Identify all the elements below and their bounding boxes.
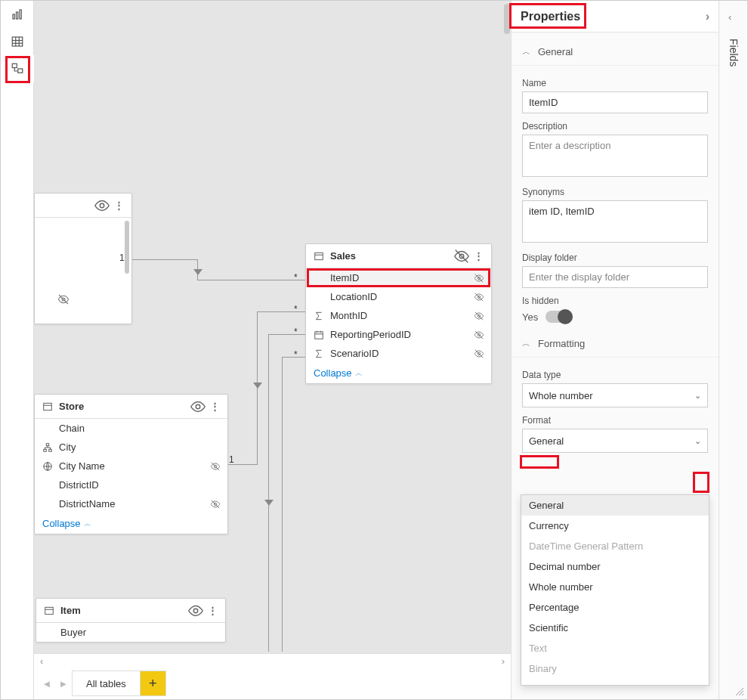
field-row[interactable]: ItemID: [306, 268, 491, 287]
hidden-icon[interactable]: [471, 292, 487, 302]
name-input[interactable]: [522, 91, 708, 113]
field-row[interactable]: LocationID: [306, 287, 491, 306]
field-row[interactable]: Buyer: [36, 623, 225, 642]
properties-header: Properties ›: [512, 1, 719, 33]
hidden-icon: [57, 293, 70, 308]
hidden-icon[interactable]: [471, 311, 487, 321]
field-row[interactable]: ScenarioID: [306, 344, 491, 363]
hidden-icon[interactable]: [453, 248, 470, 265]
more-options-icon[interactable]: ⋮: [204, 605, 221, 616]
hidden-icon[interactable]: [471, 330, 487, 340]
collapse-link[interactable]: Collapse ︿: [306, 363, 491, 383]
table-card-item[interactable]: Item ⋮ Buyer: [36, 598, 226, 643]
relationship-line[interactable]: [268, 334, 269, 652]
field-name: City Name: [59, 460, 208, 472]
format-dropdown-popup[interactable]: GeneralCurrencyDateTime General PatternD…: [521, 494, 709, 686]
fields-pane-collapsed[interactable]: ‹ Fields: [719, 1, 747, 699]
synonyms-input[interactable]: [522, 200, 708, 243]
hidden-icon[interactable]: [208, 499, 223, 510]
visibility-icon[interactable]: [190, 398, 206, 415]
scroll-right-icon[interactable]: ›: [499, 655, 508, 667]
table-card-sales[interactable]: Sales ⋮ ItemIDLocationIDMonthIDReporting…: [305, 243, 492, 384]
layout-tab-all-tables[interactable]: All tables: [72, 671, 141, 696]
format-option: Binary: [521, 658, 709, 679]
collapse-label: Collapse: [42, 518, 81, 529]
table-card-store[interactable]: Store ⋮ ChainCityCity NameDistrictIDDist…: [34, 394, 228, 534]
scroll-left-icon[interactable]: ‹: [37, 655, 46, 667]
format-option: True/false: [521, 679, 709, 686]
format-value: General: [529, 435, 564, 447]
field-row[interactable]: DistrictID: [35, 475, 227, 494]
field-type-icon: [312, 311, 326, 321]
field-name: DistrictID: [59, 479, 223, 491]
format-option[interactable]: Whole number: [521, 577, 709, 597]
add-layout-button[interactable]: +: [141, 671, 166, 696]
field-name: DistrictName: [59, 498, 208, 510]
field-type-icon: [41, 461, 54, 472]
collapse-link[interactable]: Collapse ︿: [35, 513, 227, 534]
relationship-line[interactable]: [282, 357, 283, 652]
table-header-store[interactable]: Store ⋮: [35, 395, 227, 419]
more-options-icon[interactable]: ⋮: [470, 250, 487, 262]
left-view-rail: [1, 1, 34, 699]
table-scrollbar[interactable]: [125, 221, 129, 274]
table-header-sales[interactable]: Sales ⋮: [306, 244, 491, 268]
field-name: ReportingPeriodID: [330, 329, 471, 340]
svg-rect-3: [12, 37, 23, 46]
model-view-icon[interactable]: [1, 55, 34, 82]
field-row[interactable]: ReportingPeriodID: [306, 325, 491, 344]
format-select[interactable]: General ⌄: [522, 429, 708, 453]
table-card-partial[interactable]: ⋮: [34, 193, 132, 324]
field-row[interactable]: City Name: [35, 457, 227, 475]
filter-direction-icon: [253, 383, 262, 389]
format-option[interactable]: Percentage: [521, 597, 709, 618]
data-type-select[interactable]: Whole number ⌄: [522, 383, 708, 407]
more-options-icon[interactable]: ⋮: [110, 200, 127, 211]
hidden-icon[interactable]: [471, 273, 487, 283]
table-icon: [312, 251, 326, 262]
resize-handle-icon[interactable]: [734, 686, 744, 696]
hidden-icon[interactable]: [471, 348, 487, 359]
visibility-icon[interactable]: [94, 197, 110, 214]
hidden-icon[interactable]: [208, 461, 223, 472]
svg-point-33: [196, 404, 200, 409]
is-hidden-toggle[interactable]: [546, 311, 573, 323]
description-input[interactable]: [522, 135, 708, 177]
field-row[interactable]: City: [35, 438, 227, 457]
relationship-line: [268, 334, 305, 335]
tab-next-icon[interactable]: ►: [55, 673, 72, 694]
collapse-label: Collapse: [314, 367, 352, 379]
field-name: ItemID: [330, 272, 471, 283]
horizontal-scrollbar[interactable]: ‹ ›: [34, 654, 511, 667]
format-option[interactable]: Currency: [521, 516, 709, 536]
field-row[interactable]: MonthID: [306, 306, 491, 325]
collapse-properties-icon[interactable]: ›: [706, 10, 709, 23]
field-name: Chain: [59, 423, 223, 434]
format-option[interactable]: Decimal number: [521, 556, 709, 577]
section-general-header[interactable]: ︿ General: [512, 39, 719, 66]
svg-rect-23: [315, 331, 323, 338]
table-header-item[interactable]: Item ⋮: [36, 599, 225, 623]
svg-rect-0: [13, 14, 14, 19]
model-canvas[interactable]: ⋮ Sales ⋮ ItemIDLocati: [34, 1, 511, 653]
expand-fields-icon[interactable]: ‹: [728, 11, 731, 23]
data-view-icon[interactable]: [1, 28, 34, 55]
properties-panel: Properties › ︿ General Name Description …: [511, 1, 719, 699]
svg-rect-31: [44, 403, 52, 410]
report-view-icon[interactable]: [1, 1, 34, 28]
more-options-icon[interactable]: ⋮: [206, 401, 223, 412]
section-formatting-body: Data type Whole number ⌄ Format General …: [512, 358, 719, 460]
display-folder-input[interactable]: [522, 266, 708, 288]
cardinality-many: *: [294, 349, 298, 360]
svg-rect-8: [12, 63, 17, 67]
is-hidden-label: Is hidden: [522, 296, 708, 306]
relationship-line[interactable]: [132, 259, 197, 260]
format-option[interactable]: Scientific: [521, 618, 709, 638]
section-formatting-header[interactable]: ︿ Formatting: [512, 330, 719, 358]
format-option[interactable]: General: [521, 495, 709, 516]
table-header-partial[interactable]: ⋮: [35, 194, 131, 218]
field-row[interactable]: DistrictName: [35, 494, 227, 513]
visibility-icon[interactable]: [187, 602, 204, 619]
field-row[interactable]: Chain: [35, 419, 227, 438]
tab-prev-icon[interactable]: ◄: [39, 673, 55, 694]
